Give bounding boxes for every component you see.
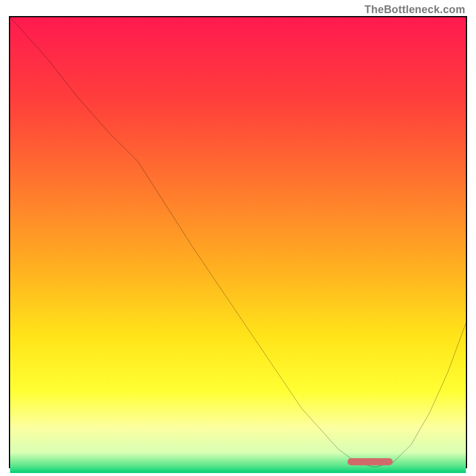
chart-plot-area bbox=[9, 16, 467, 468]
chart-line-curve bbox=[10, 17, 466, 467]
optimal-range-marker bbox=[347, 458, 393, 465]
watermark-text: TheBottleneck.com bbox=[365, 4, 465, 16]
